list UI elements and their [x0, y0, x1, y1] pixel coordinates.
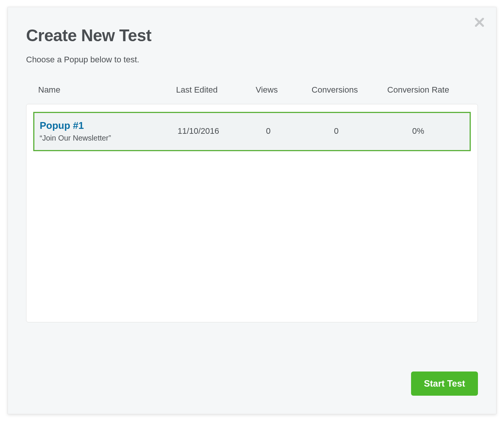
- cell-last-edited: 11/10/2016: [161, 126, 236, 136]
- create-test-modal: Create New Test Choose a Popup below to …: [8, 7, 496, 414]
- cell-conversions: 0: [300, 126, 372, 136]
- header-conversions: Conversions: [299, 85, 371, 95]
- header-name: Name: [38, 85, 159, 95]
- close-icon: [474, 17, 485, 28]
- table-body: Popup #1 “Join Our Newsletter” 11/10/201…: [26, 104, 478, 322]
- cell-views: 0: [236, 126, 300, 136]
- header-views: Views: [235, 85, 299, 95]
- start-test-button[interactable]: Start Test: [411, 371, 478, 396]
- modal-subtitle: Choose a Popup below to test.: [26, 55, 478, 65]
- modal-title: Create New Test: [26, 26, 478, 45]
- modal-footer: Start Test: [411, 371, 478, 396]
- table-header: Name Last Edited Views Conversions Conve…: [26, 85, 478, 104]
- table-row[interactable]: Popup #1 “Join Our Newsletter” 11/10/201…: [33, 112, 471, 151]
- popup-description: “Join Our Newsletter”: [40, 134, 161, 142]
- header-conversion-rate: Conversion Rate: [371, 85, 466, 95]
- cell-conversion-rate: 0%: [372, 126, 464, 136]
- popup-title: Popup #1: [40, 120, 161, 132]
- header-last-edited: Last Edited: [159, 85, 235, 95]
- close-button[interactable]: [473, 15, 486, 29]
